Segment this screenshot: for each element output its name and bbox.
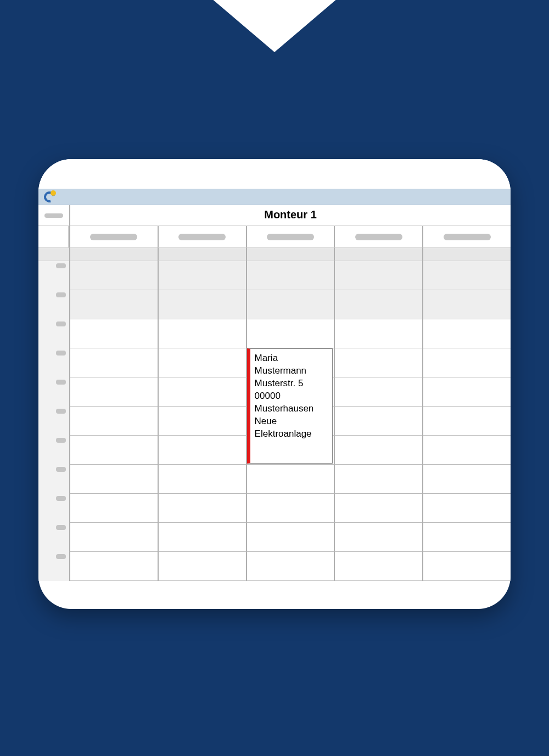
event-text-line: Musterhausen: [255, 403, 330, 415]
time-slot-cell[interactable]: [334, 348, 422, 377]
time-slot-cell[interactable]: [158, 552, 246, 581]
time-slot-cell[interactable]: [158, 436, 246, 465]
schedule: Monteur 1 MariaMustermannMusterstr. 5000…: [38, 205, 511, 581]
time-slot-cell[interactable]: [69, 348, 158, 377]
time-column-header: [38, 205, 69, 226]
allday-cell[interactable]: [334, 248, 422, 261]
time-slot-cell[interactable]: [246, 465, 334, 494]
time-slot-cell[interactable]: [69, 377, 158, 407]
time-slot-label: [38, 523, 69, 552]
day-column-header[interactable]: [422, 226, 511, 248]
day-column-header[interactable]: [158, 226, 246, 248]
time-slot-cell[interactable]: [69, 319, 158, 348]
allday-cell[interactable]: [422, 248, 511, 261]
placeholder-pill: [90, 234, 137, 240]
time-slot-cell[interactable]: [422, 348, 511, 377]
app-logo-icon: [44, 191, 55, 202]
event-text-line: Musterstr. 5: [255, 377, 330, 390]
time-slot-cell[interactable]: [334, 552, 422, 581]
time-slot-label: [38, 348, 69, 377]
placeholder-pill: [56, 496, 66, 501]
allday-cell[interactable]: [246, 248, 334, 261]
day-column-header[interactable]: [69, 226, 158, 248]
event-text-line: Elektroanlage: [255, 428, 330, 441]
time-slot-cell[interactable]: [422, 436, 511, 465]
time-slot-cell[interactable]: [158, 494, 246, 523]
time-slot-label: [38, 290, 69, 319]
time-slot-cell[interactable]: [158, 377, 246, 407]
placeholder-pill: [56, 380, 66, 385]
time-slot-cell[interactable]: [69, 465, 158, 494]
time-slot-cell[interactable]: [422, 407, 511, 436]
allday-row: [38, 248, 511, 261]
time-slot-cell[interactable]: [246, 552, 334, 581]
time-slot-label: [38, 377, 69, 407]
placeholder-pill: [56, 263, 66, 268]
time-slot-cell[interactable]: [334, 465, 422, 494]
time-slot-cell[interactable]: [422, 523, 511, 552]
time-slot-cell[interactable]: [334, 290, 422, 319]
placeholder-pill: [267, 234, 314, 240]
time-slot-cell[interactable]: [334, 523, 422, 552]
placeholder-pill: [56, 292, 66, 297]
time-slot-cell[interactable]: [158, 261, 246, 290]
time-slot-label: [38, 319, 69, 348]
time-slot-cell[interactable]: [158, 348, 246, 377]
appointment-event[interactable]: MariaMustermannMusterstr. 500000Musterha…: [247, 348, 333, 464]
event-text-line: Neue: [255, 415, 330, 428]
placeholder-pill: [56, 409, 66, 414]
placeholder-pill: [444, 234, 491, 240]
time-slot-cell[interactable]: [246, 523, 334, 552]
time-slot-cell[interactable]: [158, 407, 246, 436]
toolbar: [38, 189, 511, 205]
placeholder-pill: [56, 321, 66, 326]
placeholder-pill: [355, 234, 402, 240]
time-slot-cell[interactable]: [158, 319, 246, 348]
allday-cell[interactable]: [158, 248, 246, 261]
time-slot-cell[interactable]: [422, 319, 511, 348]
time-slot-cell[interactable]: [334, 261, 422, 290]
time-slot-cell[interactable]: [69, 407, 158, 436]
day-column-header[interactable]: [334, 226, 422, 248]
time-slot-cell[interactable]: [334, 494, 422, 523]
time-slot-cell[interactable]: [422, 290, 511, 319]
time-slot-label: [38, 261, 69, 290]
time-slot-cell[interactable]: [69, 523, 158, 552]
time-slot-cell[interactable]: [422, 377, 511, 407]
time-slot-cell[interactable]: [334, 319, 422, 348]
time-slot-cell[interactable]: [334, 377, 422, 407]
time-slot-cell[interactable]: [422, 552, 511, 581]
time-slot-cell[interactable]: [246, 494, 334, 523]
schedule-body: MariaMustermannMusterstr. 500000Musterha…: [38, 261, 511, 581]
time-slot-cell[interactable]: [422, 261, 511, 290]
event-text-line: Mustermann: [255, 365, 330, 377]
placeholder-pill: [44, 213, 63, 218]
time-slot-cell[interactable]: [422, 465, 511, 494]
window-titlebar-placeholder: [38, 159, 511, 189]
time-slot-cell[interactable]: [69, 552, 158, 581]
time-slot-cell[interactable]: [158, 465, 246, 494]
resource-header-row: Monteur 1: [38, 205, 511, 226]
time-slot-cell[interactable]: [69, 436, 158, 465]
time-slot-cell[interactable]: [158, 523, 246, 552]
time-slot-cell[interactable]: [334, 436, 422, 465]
day-column-header[interactable]: [246, 226, 334, 248]
allday-cell[interactable]: [69, 248, 158, 261]
event-text-line: Maria: [255, 352, 330, 365]
time-slot-cell[interactable]: [69, 261, 158, 290]
time-slot-cell[interactable]: [246, 290, 334, 319]
day-header-row: [38, 226, 511, 248]
time-slot-cell[interactable]: [69, 494, 158, 523]
time-column-spacer: [38, 226, 69, 248]
time-slot-label: [38, 407, 69, 436]
time-slot-cell[interactable]: [246, 319, 334, 348]
time-slot-cell[interactable]: [246, 261, 334, 290]
resource-title[interactable]: Monteur 1: [69, 205, 511, 226]
time-slot-cell[interactable]: [334, 407, 422, 436]
time-slot-cell[interactable]: [69, 290, 158, 319]
placeholder-pill: [56, 554, 66, 559]
time-slot-cell[interactable]: [158, 290, 246, 319]
placeholder-pill: [56, 351, 66, 356]
chevron-down-icon: [200, 0, 349, 52]
time-slot-cell[interactable]: [422, 494, 511, 523]
